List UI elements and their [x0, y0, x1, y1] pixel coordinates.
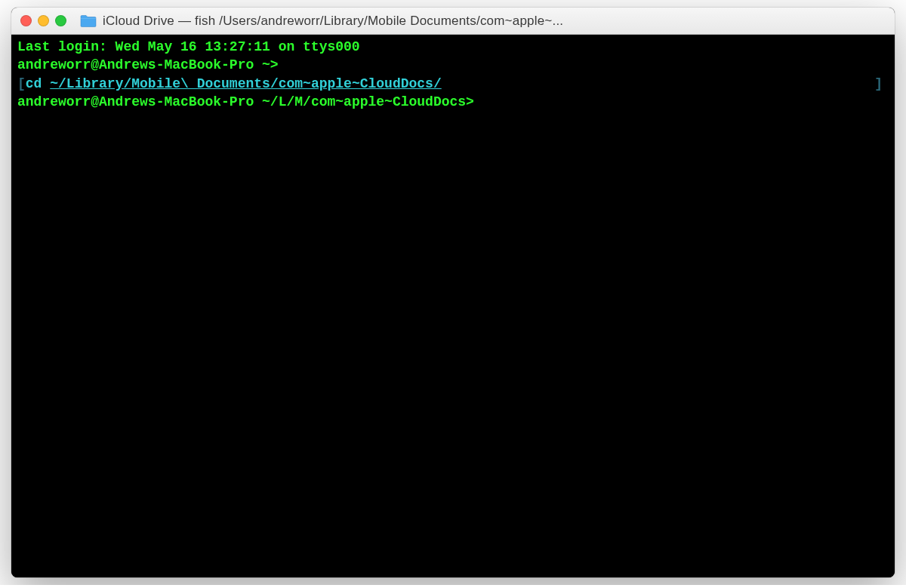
command-line: [cd ~/Library/Mobile\ Documents/com~appl…	[17, 75, 889, 93]
folder-icon	[80, 14, 97, 28]
traffic-lights	[20, 15, 66, 26]
prompt2-path: ~/L/M/com~apple~CloudDocs>	[254, 94, 482, 109]
title-content: iCloud Drive — fish /Users/andreworr/Lib…	[80, 14, 886, 29]
maximize-button[interactable]	[55, 15, 66, 26]
window-titlebar[interactable]: iCloud Drive — fish /Users/andreworr/Lib…	[11, 8, 895, 35]
prompt1-user: andreworr@Andrews-MacBook-Pro	[17, 57, 254, 72]
prompt-line-1: andreworr@Andrews-MacBook-Pro ~>	[17, 56, 889, 74]
last-login-line: Last login: Wed May 16 13:27:11 on ttys0…	[17, 38, 889, 56]
minimize-button[interactable]	[38, 15, 49, 26]
close-button[interactable]	[20, 15, 32, 26]
cmd-right-bracket: ]	[874, 75, 883, 93]
window-title: iCloud Drive — fish /Users/andreworr/Lib…	[103, 14, 563, 29]
prompt-line-2: andreworr@Andrews-MacBook-Pro ~/L/M/com~…	[17, 93, 889, 111]
cmd-space	[42, 76, 50, 91]
cmd-left-bracket: [	[17, 76, 26, 91]
terminal-body[interactable]: Last login: Wed May 16 13:27:11 on ttys0…	[11, 35, 895, 577]
terminal-window: iCloud Drive — fish /Users/andreworr/Lib…	[11, 8, 895, 577]
prompt2-user: andreworr@Andrews-MacBook-Pro	[17, 94, 254, 109]
cd-command: cd	[26, 76, 42, 91]
prompt1-path: ~>	[254, 57, 286, 72]
cd-path: ~/Library/Mobile\ Documents/com~apple~Cl…	[50, 76, 441, 91]
last-login-text: Last login: Wed May 16 13:27:11 on ttys0…	[17, 39, 360, 54]
